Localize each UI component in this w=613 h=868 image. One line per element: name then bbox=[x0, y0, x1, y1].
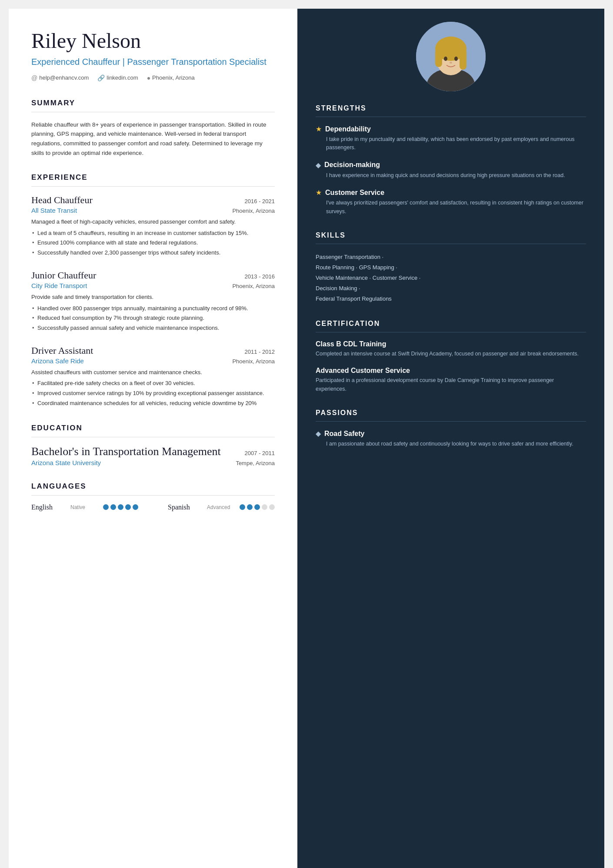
svg-rect-5 bbox=[435, 49, 442, 67]
edu-0-degree: Bachelor's in Transportation Management bbox=[31, 445, 221, 458]
job-2-location: Phoenix, Arizona bbox=[232, 283, 275, 289]
strength-2-icon: ★ bbox=[316, 188, 322, 197]
edu-0-school: Arizona State University bbox=[31, 459, 101, 466]
job-2-bullet-2: Reduced fuel consumption by 7% through s… bbox=[37, 314, 275, 323]
job-1-bullet-2: Ensured 100% compliance with all state a… bbox=[37, 238, 275, 248]
dot-e2 bbox=[110, 504, 116, 510]
job-3-header: Driver Assistant 2011 - 2012 bbox=[31, 345, 275, 356]
job-1-bullets: Led a team of 5 chauffeurs, resulting in… bbox=[31, 229, 275, 258]
job-1-desc: Managed a fleet of high-capacity vehicle… bbox=[31, 218, 275, 226]
job-3-dates: 2011 - 2012 bbox=[245, 349, 275, 355]
experience-divider bbox=[31, 186, 275, 187]
summary-title: SUMMARY bbox=[31, 99, 275, 107]
lang-spanish-name: Spanish bbox=[168, 503, 203, 511]
job-2-company: City Ride Transport bbox=[31, 282, 87, 289]
job-1-title: Head Chauffeur bbox=[31, 194, 93, 206]
job-1-bullet-3: Successfully handled over 2,300 passenge… bbox=[37, 248, 275, 258]
job-3-desc: Assisted chauffeurs with customer servic… bbox=[31, 368, 275, 377]
skills-title: SKILLS bbox=[316, 231, 586, 239]
job-3-company: Arizona Safe Ride bbox=[31, 357, 84, 365]
job-1-bullet-1: Led a team of 5 chauffeurs, resulting in… bbox=[37, 229, 275, 238]
skills-list: Passenger Transportation · Route Plannin… bbox=[316, 252, 586, 304]
left-column: Riley Nelson Experienced Chauffeur | Pas… bbox=[9, 9, 297, 868]
job-3: Driver Assistant 2011 - 2012 Arizona Saf… bbox=[31, 345, 275, 408]
job-2-header: Junior Chauffeur 2013 - 2016 bbox=[31, 270, 275, 281]
certification-title: CERTIFICATION bbox=[316, 320, 586, 328]
avatar-image bbox=[416, 22, 486, 91]
strength-0-icon: ★ bbox=[316, 125, 322, 133]
right-column: STRENGTHS ★ Dependability I take pride i… bbox=[297, 9, 604, 868]
experience-title: EXPERIENCE bbox=[31, 173, 275, 182]
cert-0: Class B CDL Training Completed an intens… bbox=[316, 340, 586, 358]
passions-title: PASSIONS bbox=[316, 409, 586, 417]
education-title: EDUCATION bbox=[31, 424, 275, 432]
contact-location: ● Phoenix, Arizona bbox=[147, 74, 195, 81]
lang-spanish-dots bbox=[240, 504, 275, 510]
contact-linkedin: 🔗 linkedin.com bbox=[97, 74, 138, 81]
strengths-title: STRENGTHS bbox=[316, 104, 586, 112]
svg-rect-6 bbox=[460, 49, 466, 70]
edu-0-header: Bachelor's in Transportation Management … bbox=[31, 445, 275, 458]
job-1: Head Chauffeur 2016 - 2021 All State Tra… bbox=[31, 194, 275, 258]
dot-e3 bbox=[118, 504, 123, 510]
edu-0-location: Tempe, Arizona bbox=[236, 460, 275, 466]
dot-e4 bbox=[125, 504, 131, 510]
dot-s2 bbox=[247, 504, 253, 510]
job-3-title: Driver Assistant bbox=[31, 345, 93, 356]
language-english: English Native Spanish Advanced bbox=[31, 503, 275, 511]
contact-email: @ help@enhancv.com bbox=[31, 74, 89, 81]
strength-1: ◆ Decision-making I have experience in m… bbox=[316, 161, 586, 180]
job-1-company: All State Transit bbox=[31, 207, 77, 214]
svg-point-9 bbox=[450, 62, 452, 64]
strength-2: ★ Customer Service I've always prioritiz… bbox=[316, 188, 586, 216]
summary-divider bbox=[31, 112, 275, 112]
job-1-company-row: All State Transit Phoenix, Arizona bbox=[31, 207, 275, 214]
education-section: EDUCATION Bachelor's in Transportation M… bbox=[31, 424, 275, 466]
dot-s3 bbox=[254, 504, 260, 510]
languages-title: LANGUAGES bbox=[31, 482, 275, 491]
strength-1-header: ◆ Decision-making bbox=[316, 161, 586, 169]
lang-spanish-level: Advanced bbox=[207, 504, 235, 510]
resume-container: Riley Nelson Experienced Chauffeur | Pas… bbox=[9, 9, 604, 868]
strength-1-icon: ◆ bbox=[316, 161, 321, 169]
job-2-title: Junior Chauffeur bbox=[31, 270, 96, 281]
strength-0-name: Dependability bbox=[325, 125, 371, 133]
avatar bbox=[416, 22, 486, 91]
job-1-location: Phoenix, Arizona bbox=[232, 208, 275, 214]
passion-0: ◆ Road Safety I am passionate about road… bbox=[316, 429, 586, 448]
languages-divider bbox=[31, 495, 275, 496]
job-1-dates: 2016 - 2021 bbox=[245, 198, 275, 204]
svg-point-8 bbox=[454, 57, 458, 61]
passions-section: PASSIONS ◆ Road Safety I am passionate a… bbox=[316, 409, 586, 448]
job-2-bullet-3: Successfully passed annual safety and ve… bbox=[37, 324, 275, 333]
strength-0: ★ Dependability I take pride in my punct… bbox=[316, 125, 586, 152]
job-3-bullet-3: Coordinated maintenance schedules for al… bbox=[37, 399, 275, 408]
cert-0-desc: Completed an intensive course at Swift D… bbox=[316, 350, 586, 358]
job-2-company-row: City Ride Transport Phoenix, Arizona bbox=[31, 282, 275, 289]
job-1-header: Head Chauffeur 2016 - 2021 bbox=[31, 194, 275, 206]
passion-0-desc: I am passionate about road safety and co… bbox=[316, 440, 586, 448]
skill-line-0: Passenger Transportation · bbox=[316, 252, 586, 262]
cert-1-desc: Participated in a professional developme… bbox=[316, 376, 586, 393]
job-2-dates: 2013 - 2016 bbox=[245, 273, 275, 280]
summary-text: Reliable chauffeur with 8+ years of expe… bbox=[31, 120, 275, 158]
strength-1-name: Decision-making bbox=[324, 161, 380, 169]
job-2-desc: Provide safe and timely transportation f… bbox=[31, 293, 275, 302]
strengths-section: STRENGTHS ★ Dependability I take pride i… bbox=[316, 104, 586, 216]
experience-section: EXPERIENCE Head Chauffeur 2016 - 2021 Al… bbox=[31, 173, 275, 408]
languages-section: LANGUAGES English Native Spanish Advance… bbox=[31, 482, 275, 511]
dot-e1 bbox=[103, 504, 109, 510]
svg-point-7 bbox=[444, 57, 447, 61]
job-2-bullets: Handled over 800 passenger trips annuall… bbox=[31, 304, 275, 333]
linkedin-icon: 🔗 bbox=[97, 74, 105, 81]
skill-line-2: Vehicle Maintenance · Customer Service · bbox=[316, 273, 586, 283]
edu-0-dates: 2007 - 2011 bbox=[245, 450, 275, 456]
passion-0-header: ◆ Road Safety bbox=[316, 429, 586, 438]
dot-s4 bbox=[262, 504, 267, 510]
candidate-title: Experienced Chauffeur | Passenger Transp… bbox=[31, 56, 275, 67]
education-divider bbox=[31, 437, 275, 437]
job-3-bullet-1: Facilitated pre-ride safety checks on a … bbox=[37, 379, 275, 388]
skill-line-3: Decision Making · bbox=[316, 283, 586, 294]
skills-divider bbox=[316, 244, 586, 244]
dot-s5 bbox=[269, 504, 275, 510]
